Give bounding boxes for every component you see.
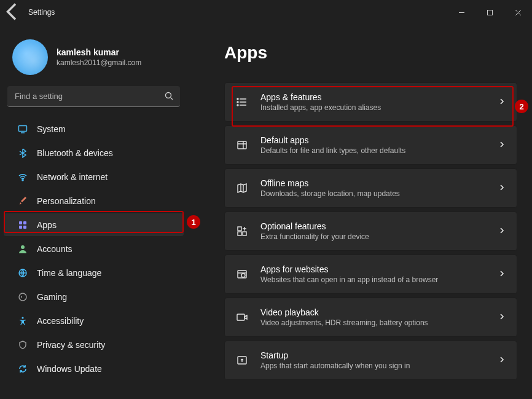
- sidebar-item-accounts[interactable]: Accounts: [4, 237, 184, 260]
- sidebar-item-label: System: [37, 124, 66, 134]
- svg-rect-15: [238, 141, 246, 149]
- title-bar: Settings: [0, 0, 532, 25]
- grid-add-icon: [236, 225, 248, 237]
- card-title: Optional features: [260, 221, 486, 231]
- card-desc: Installed apps, app execution aliases: [260, 103, 486, 112]
- globe-icon: [17, 267, 28, 279]
- card-title: Video playback: [260, 307, 486, 317]
- card-startup[interactable]: StartupApps that start automatically whe…: [224, 341, 517, 380]
- paintbrush-icon: [17, 196, 28, 207]
- sidebar-item-time[interactable]: Time & language: [4, 261, 184, 284]
- main-panel: Apps Apps & featuresInstalled apps, app …: [187, 25, 532, 399]
- apps-icon: [17, 219, 28, 231]
- card-desc: Downloads, storage location, map updates: [260, 189, 486, 198]
- svg-point-14: [237, 105, 238, 106]
- maximize-button[interactable]: [475, 0, 504, 25]
- card-video-playback[interactable]: Video playbackVideo adjustments, HDR str…: [224, 298, 517, 337]
- sidebar-item-label: Privacy & security: [37, 340, 105, 350]
- sidebar-item-update[interactable]: Windows Update: [4, 357, 184, 380]
- startup-icon: [236, 354, 248, 366]
- sidebar-item-personalization[interactable]: Personalization: [4, 189, 184, 212]
- sidebar: kamlesh kumar kamlesh2011@gmail.com Syst…: [0, 25, 187, 399]
- search-input[interactable]: [7, 86, 180, 107]
- video-icon: [236, 311, 248, 323]
- svg-rect-16: [238, 227, 241, 231]
- sidebar-item-accessibility[interactable]: Accessibility: [4, 309, 184, 332]
- svg-rect-17: [238, 232, 241, 235]
- wifi-icon: [17, 172, 28, 183]
- window-title: Settings: [28, 8, 55, 17]
- nav-list: System Bluetooth & devices Network & int…: [0, 117, 187, 381]
- card-desc: Defaults for file and link types, other …: [260, 146, 486, 155]
- svg-rect-5: [23, 221, 26, 224]
- list-icon: [236, 96, 248, 108]
- card-title: Startup: [260, 350, 486, 360]
- page-title: Apps: [224, 43, 517, 63]
- card-list: Apps & featuresInstalled apps, app execu…: [224, 82, 517, 380]
- svg-point-20: [241, 274, 245, 277]
- svg-point-13: [237, 101, 238, 103]
- card-apps-websites[interactable]: Apps for websitesWebsites that can open …: [224, 255, 517, 294]
- svg-rect-6: [19, 226, 22, 229]
- card-title: Default apps: [260, 135, 486, 145]
- sidebar-item-privacy[interactable]: Privacy & security: [4, 333, 184, 356]
- card-desc: Apps that start automatically when you s…: [260, 361, 486, 370]
- avatar: [12, 39, 48, 75]
- profile-block[interactable]: kamlesh kumar kamlesh2011@gmail.com: [0, 31, 187, 86]
- card-title: Offline maps: [260, 178, 486, 188]
- chevron-right-icon: [498, 226, 506, 237]
- sidebar-item-network[interactable]: Network & internet: [4, 165, 184, 188]
- svg-point-8: [21, 245, 25, 249]
- chevron-right-icon: [498, 97, 506, 108]
- svg-rect-2: [19, 125, 27, 131]
- svg-point-3: [22, 180, 23, 181]
- annotation-badge-2: 2: [515, 100, 528, 113]
- sidebar-item-label: Personalization: [37, 196, 96, 206]
- svg-rect-21: [237, 314, 244, 320]
- svg-point-12: [237, 98, 238, 100]
- sidebar-item-label: Gaming: [37, 292, 67, 302]
- sidebar-item-label: Bluetooth & devices: [37, 148, 113, 158]
- sidebar-item-label: Accounts: [37, 244, 72, 254]
- sidebar-item-bluetooth[interactable]: Bluetooth & devices: [4, 141, 184, 164]
- card-title: Apps & features: [260, 92, 486, 102]
- website-icon: [236, 268, 248, 280]
- bluetooth-icon: [17, 148, 28, 159]
- card-desc: Extra functionality for your device: [260, 232, 486, 241]
- card-apps-features[interactable]: Apps & featuresInstalled apps, app execu…: [224, 82, 517, 122]
- system-icon: [17, 124, 28, 135]
- update-icon: [17, 363, 28, 374]
- chevron-right-icon: [498, 140, 506, 151]
- sidebar-item-system[interactable]: System: [4, 117, 184, 140]
- card-desc: Video adjustments, HDR streaming, batter…: [260, 318, 486, 327]
- card-optional-features[interactable]: Optional featuresExtra functionality for…: [224, 211, 517, 251]
- card-offline-maps[interactable]: Offline mapsDownloads, storage location,…: [224, 168, 517, 208]
- chevron-right-icon: [498, 269, 506, 280]
- card-desc: Websites that can open in an app instead…: [260, 275, 486, 284]
- profile-email: kamlesh2011@gmail.com: [57, 58, 141, 67]
- search-icon: [164, 91, 174, 103]
- svg-rect-18: [243, 232, 246, 235]
- svg-point-1: [166, 93, 171, 98]
- gaming-icon: [17, 291, 28, 302]
- card-title: Apps for websites: [260, 264, 486, 274]
- sidebar-item-label: Network & internet: [37, 172, 108, 182]
- svg-point-10: [19, 293, 26, 301]
- close-button[interactable]: [504, 0, 532, 25]
- chevron-right-icon: [498, 183, 506, 194]
- back-button[interactable]: [0, 0, 25, 26]
- profile-name: kamlesh kumar: [57, 47, 141, 57]
- svg-rect-4: [19, 221, 22, 224]
- person-icon: [17, 243, 28, 255]
- sidebar-item-label: Accessibility: [37, 316, 84, 326]
- card-default-apps[interactable]: Default appsDefaults for file and link t…: [224, 125, 517, 165]
- chevron-right-icon: [498, 355, 506, 366]
- sidebar-item-gaming[interactable]: Gaming: [4, 285, 184, 308]
- default-apps-icon: [236, 139, 248, 151]
- annotation-badge-1: 1: [187, 215, 200, 229]
- sidebar-item-apps[interactable]: Apps: [4, 213, 184, 236]
- map-icon: [236, 182, 248, 194]
- sidebar-item-label: Apps: [37, 220, 57, 230]
- minimize-button[interactable]: [447, 0, 475, 25]
- accessibility-icon: [17, 315, 28, 326]
